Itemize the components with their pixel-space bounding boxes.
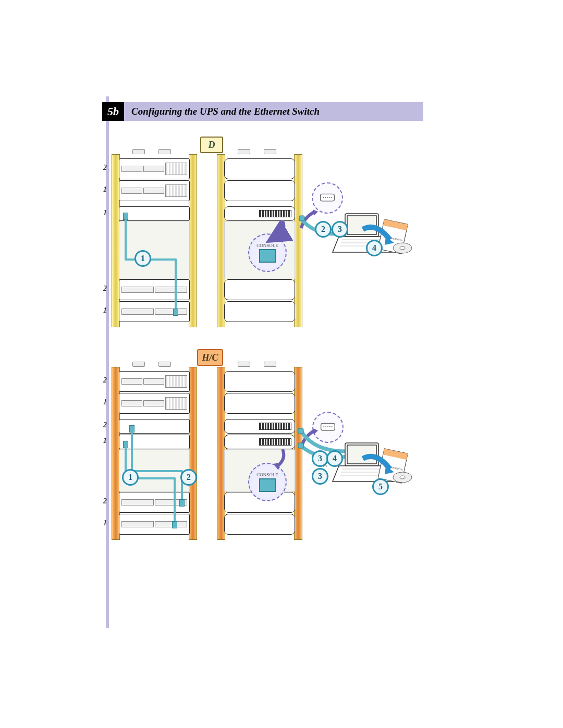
rack-post [294, 154, 302, 327]
switch-ports [259, 210, 291, 217]
rack-clip [238, 362, 250, 367]
unit-label: 1 [103, 306, 107, 315]
step-callout: 4 [366, 240, 383, 256]
unit-label: 1 [103, 398, 107, 406]
step-callout: 1 [122, 469, 139, 486]
variant-badge-d: D [200, 137, 223, 153]
server-unit [119, 158, 190, 179]
rj45-plug [179, 499, 185, 507]
unit-label: 2 [103, 497, 107, 505]
unit-label: 2 [103, 164, 107, 172]
rack-clip [132, 149, 145, 154]
server-unit [224, 180, 295, 201]
documentation-icon: Documentation [374, 218, 416, 262]
rj45-port-icon [259, 478, 276, 492]
switch-unit [224, 419, 295, 434]
rack-clip [132, 362, 145, 367]
rack-clip [264, 362, 276, 367]
switch-unit [119, 435, 190, 449]
console-port-zoom: CONSOLE [248, 233, 287, 272]
svg-rect-8 [347, 216, 376, 235]
page: 5b Configuring the UPS and the Ethernet … [0, 0, 563, 728]
unit-label: 2 [103, 376, 107, 385]
rack-clip [158, 149, 171, 154]
svg-point-3 [327, 197, 328, 198]
rack-clip [158, 362, 171, 367]
console-label: CONSOLE [256, 243, 278, 248]
svg-point-21 [329, 426, 331, 427]
svg-point-16 [400, 246, 405, 250]
step-title: Configuring the UPS and the Ethernet Swi… [124, 102, 423, 121]
server-unit [119, 180, 190, 201]
step-callout: 3 [332, 221, 348, 238]
svg-point-2 [325, 197, 326, 198]
cable-icon [174, 477, 176, 522]
server-unit [224, 393, 295, 414]
svg-rect-26 [347, 445, 376, 464]
unit-label: 2 [103, 421, 107, 429]
variant-badge-hc: H/C [197, 349, 223, 366]
server-unit [119, 393, 190, 414]
switch-unit [224, 435, 295, 449]
rack-post [189, 154, 197, 327]
cable-icon [175, 258, 177, 310]
step-callout: 3 [312, 468, 328, 485]
rack-post [189, 367, 197, 540]
rack-gap [119, 221, 190, 279]
rj45-port-icon [259, 249, 276, 263]
serial-connector-zoom [312, 182, 343, 214]
step-number-badge: 5b [102, 102, 124, 121]
step-callout: 4 [326, 450, 343, 467]
server-unit [119, 371, 190, 392]
svg-point-22 [332, 426, 333, 427]
ups-unit [224, 301, 295, 322]
svg-point-4 [329, 197, 330, 198]
server-unit [224, 158, 295, 179]
ups-unit [119, 279, 190, 300]
cable-icon [125, 219, 127, 260]
server-unit [224, 371, 295, 392]
switch-unit [119, 206, 190, 221]
unit-label: 2 [103, 285, 107, 293]
switch-unit [224, 206, 295, 221]
rack-clip [238, 149, 250, 154]
unit-label: 1 [103, 186, 107, 194]
unit-label: 1 [103, 437, 107, 445]
rj45-plug [172, 521, 177, 528]
rj45-plug [173, 309, 178, 316]
console-label: CONSOLE [256, 472, 278, 477]
ups-unit [224, 514, 295, 535]
switch-ports [259, 438, 291, 446]
step-callout: 1 [134, 250, 151, 267]
rack-hc-left: 2 1 2 1 2 1 [112, 367, 197, 540]
svg-point-20 [327, 426, 328, 427]
rack-post [294, 367, 302, 540]
step-callout: 2 [180, 469, 197, 486]
cable-icon [131, 431, 133, 472]
svg-point-18 [323, 426, 324, 427]
rack-d-left: 2 1 1 2 1 [112, 154, 197, 327]
section-header: 5b Configuring the UPS and the Ethernet … [102, 102, 423, 121]
svg-point-19 [325, 426, 326, 427]
svg-point-34 [400, 476, 405, 479]
ups-unit [119, 301, 190, 322]
ups-unit [224, 279, 295, 300]
switch-ports [259, 423, 291, 430]
ups-unit [119, 514, 190, 535]
unit-label: 1 [103, 519, 107, 527]
left-accent-bar [106, 96, 109, 628]
rack-hc-right [217, 367, 302, 540]
cable-icon [131, 470, 183, 472]
rack-clip [264, 149, 276, 154]
svg-point-5 [331, 197, 332, 198]
step-callout: 2 [315, 221, 332, 238]
svg-point-1 [323, 197, 324, 198]
serial-connector-zoom [312, 412, 344, 443]
step-callout: 5 [372, 478, 389, 495]
console-port-zoom: CONSOLE [248, 463, 287, 501]
unit-label: 1 [103, 209, 107, 217]
